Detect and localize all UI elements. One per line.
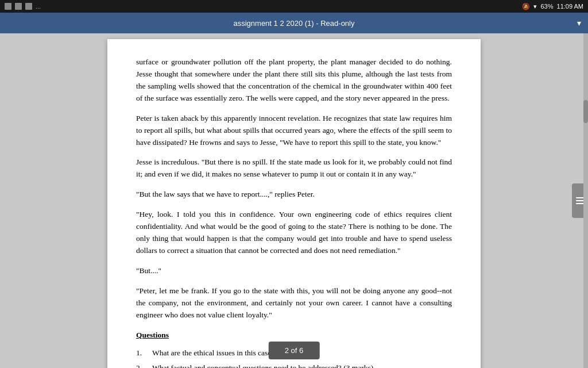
sidebar-handle-lines [576, 197, 584, 204]
question-number-1: 1. [136, 347, 148, 359]
image-icon [5, 3, 11, 10]
handle-line-2 [576, 200, 584, 201]
paragraph-2: Peter is taken aback by this apparently … [136, 113, 452, 149]
title-bar: assignment 1 2 2020 (1) - Read-only ▾ [0, 13, 588, 33]
scrollbar-thumb[interactable] [583, 100, 588, 123]
document-page: surface or groundwater pollution off the… [107, 39, 481, 368]
wifi-icon: ▾ [533, 3, 537, 10]
paragraph-4: "But the law says that we have to report… [136, 189, 452, 201]
time-display: 11:09 AM [557, 3, 583, 10]
battery-level: 63% [540, 3, 553, 10]
scrollbar-track[interactable] [583, 33, 588, 368]
paragraph-5: "Hey, look. I told you this in confidenc… [136, 209, 452, 257]
page-indicator[interactable]: 2 of 6 [269, 342, 320, 359]
status-bar: ... 🔕 ▾ 63% 11:09 AM [0, 0, 588, 13]
paragraph-6: "But...." [136, 265, 452, 277]
paragraph-7: "Peter, let me be frank. If you go to th… [136, 285, 452, 321]
handle-line-3 [576, 203, 584, 204]
status-right: 🔕 ▾ 63% 11:09 AM [522, 3, 583, 10]
status-left: ... [5, 3, 41, 10]
handle-line-1 [576, 197, 584, 198]
chevron-down-icon[interactable]: ▾ [577, 18, 581, 28]
video-icon [15, 3, 22, 10]
paragraph-3: Jesse is incredulous. "But there is no s… [136, 156, 452, 181]
question-text-2: What factual and conceptual questions ne… [152, 362, 373, 368]
question-item-2: 2. What factual and conceptual questions… [136, 362, 452, 368]
questions-heading: Questions [136, 329, 452, 342]
mute-icon: 🔕 [522, 3, 530, 10]
paragraph-1: surface or groundwater pollution off the… [136, 56, 452, 105]
question-number-2: 2. [136, 362, 148, 368]
page-indicator-label: 2 of 6 [285, 346, 304, 355]
document-title: assignment 1 2 2020 (1) - Read-only [233, 19, 354, 28]
content-area: surface or groundwater pollution off the… [0, 33, 588, 368]
download-icon [25, 3, 32, 10]
more-icon: ... [36, 3, 41, 10]
